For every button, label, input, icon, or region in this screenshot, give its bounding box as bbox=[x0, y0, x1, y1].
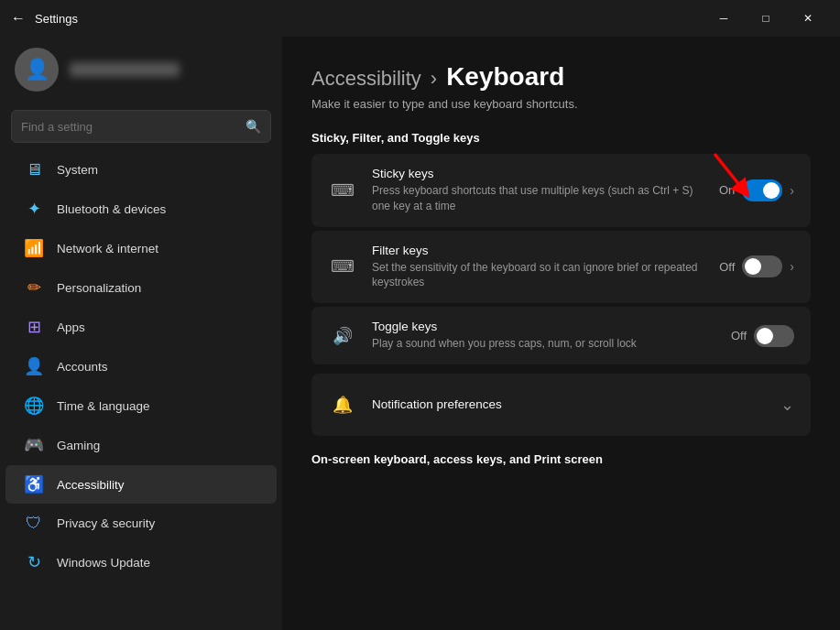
personalization-nav-label: Personalization bbox=[57, 281, 141, 295]
notification-prefs-card[interactable]: 🔔 Notification preferences ⌄ bbox=[311, 374, 811, 436]
breadcrumb-separator: › bbox=[431, 67, 437, 91]
sidebar-item-personalization[interactable]: ✏ Personalization bbox=[5, 268, 277, 307]
sidebar-item-bluetooth[interactable]: ✦ Bluetooth & devices bbox=[5, 190, 277, 228]
filter-keys-card[interactable]: ⌨ Filter keys Set the sensitivity of the… bbox=[311, 231, 811, 304]
network-nav-label: Network & internet bbox=[57, 242, 158, 255]
search-box[interactable]: 🔍 bbox=[11, 110, 271, 143]
avatar: 👤 bbox=[15, 48, 59, 92]
privacy-nav-icon: 🛡 bbox=[24, 514, 44, 533]
bottom-section-label: On-screen keyboard, access keys, and Pri… bbox=[311, 452, 811, 466]
apps-nav-icon: ⊞ bbox=[24, 317, 44, 337]
filter-keys-desc: Set the sensitivity of the keyboard so i… bbox=[372, 260, 704, 291]
toggle-keys-title: Toggle keys bbox=[372, 320, 716, 333]
filter-keys-icon: ⌨ bbox=[328, 252, 357, 281]
sidebar-item-system[interactable]: 🖥 System bbox=[5, 151, 277, 189]
sidebar-item-accounts[interactable]: 👤 Accounts bbox=[5, 347, 277, 386]
toggle-keys-desc: Play a sound when you press caps, num, o… bbox=[372, 336, 716, 352]
time-nav-icon: 🌐 bbox=[24, 396, 44, 416]
personalization-nav-icon: ✏ bbox=[24, 277, 44, 298]
sidebar-item-network[interactable]: 📶 Network & internet bbox=[5, 229, 277, 267]
sidebar-item-apps[interactable]: ⊞ Apps bbox=[5, 308, 277, 346]
filter-keys-toggle[interactable] bbox=[742, 255, 782, 277]
back-button[interactable]: ← bbox=[11, 10, 26, 27]
privacy-nav-label: Privacy & security bbox=[57, 516, 155, 530]
search-icon: 🔍 bbox=[245, 119, 261, 134]
search-input[interactable] bbox=[21, 120, 245, 134]
notification-pref-title: Notification preferences bbox=[372, 397, 766, 411]
accessibility-nav-label: Accessibility bbox=[57, 478, 125, 492]
sidebar-item-update[interactable]: ↻ Windows Update bbox=[5, 543, 277, 581]
nav-list: 🖥 System✦ Bluetooth & devices📶 Network &… bbox=[0, 150, 282, 582]
sticky-keys-toggle[interactable] bbox=[742, 179, 782, 201]
toggle-keys-card[interactable]: 🔊 Toggle keys Play a sound when you pres… bbox=[311, 307, 811, 364]
toggle-thumb bbox=[763, 182, 780, 199]
sticky-keys-card[interactable]: ⌨ Sticky keys Press keyboard shortcuts t… bbox=[311, 154, 811, 227]
bluetooth-nav-icon: ✦ bbox=[24, 199, 44, 219]
accessibility-nav-icon: ♿ bbox=[24, 474, 44, 494]
toggle-keys-icon: 🔊 bbox=[328, 321, 357, 351]
accounts-nav-icon: 👤 bbox=[24, 356, 44, 376]
sticky-keys-title: Sticky keys bbox=[372, 167, 704, 180]
filter-keys-status: Off bbox=[719, 260, 735, 274]
gaming-nav-label: Gaming bbox=[57, 439, 100, 452]
profile-name-blurred bbox=[70, 62, 180, 77]
window-controls: ─ □ ✕ bbox=[703, 4, 829, 33]
system-nav-icon: 🖥 bbox=[24, 160, 44, 179]
toggle-keys-text: Toggle keys Play a sound when you press … bbox=[372, 320, 716, 352]
profile-section: 👤 bbox=[0, 37, 282, 103]
page-title-row: Accessibility › Keyboard bbox=[311, 62, 811, 92]
filter-keys-chevron: › bbox=[790, 259, 794, 274]
sticky-keys-text: Sticky keys Press keyboard shortcuts tha… bbox=[372, 167, 704, 214]
update-nav-label: Windows Update bbox=[57, 556, 150, 570]
avatar-icon: 👤 bbox=[25, 58, 49, 81]
notification-pref-chevron: ⌄ bbox=[780, 395, 794, 415]
gaming-nav-icon: 🎮 bbox=[24, 435, 44, 455]
page-subtitle: Make it easier to type and use keyboard … bbox=[311, 97, 811, 111]
time-nav-label: Time & language bbox=[57, 399, 150, 413]
sidebar-item-privacy[interactable]: 🛡 Privacy & security bbox=[5, 505, 277, 542]
sticky-keys-icon: ⌨ bbox=[328, 176, 357, 205]
toggle-keys-toggle[interactable] bbox=[754, 325, 794, 347]
section-label: Sticky, Filter, and Toggle keys bbox=[311, 131, 811, 145]
sticky-keys-desc: Press keyboard shortcuts that use multip… bbox=[372, 183, 704, 214]
app-title: Settings bbox=[35, 12, 703, 26]
sidebar: 👤 🔍 🖥 System✦ Bluetooth & devices📶 Netwo… bbox=[0, 37, 282, 630]
sidebar-item-accessibility[interactable]: ♿ Accessibility bbox=[5, 465, 277, 504]
toggle-thumb-filter bbox=[745, 258, 761, 275]
network-nav-icon: 📶 bbox=[24, 238, 44, 258]
system-nav-label: System bbox=[57, 163, 98, 177]
minimize-button[interactable]: ─ bbox=[703, 4, 745, 33]
bluetooth-nav-label: Bluetooth & devices bbox=[57, 202, 166, 216]
main-layout: 👤 🔍 🖥 System✦ Bluetooth & devices📶 Netwo… bbox=[0, 37, 840, 630]
close-button[interactable]: ✕ bbox=[787, 4, 829, 33]
sticky-keys-right: On › bbox=[719, 179, 794, 201]
toggle-keys-right: Off bbox=[731, 325, 794, 347]
page-title: Keyboard bbox=[446, 62, 564, 92]
titlebar: ← Settings ─ □ ✕ bbox=[0, 0, 840, 37]
apps-nav-label: Apps bbox=[57, 320, 85, 334]
notification-icon: 🔔 bbox=[328, 390, 357, 419]
sticky-keys-status: On bbox=[719, 183, 735, 197]
filter-keys-title: Filter keys bbox=[372, 244, 704, 257]
update-nav-icon: ↻ bbox=[24, 552, 44, 572]
accounts-nav-label: Accounts bbox=[57, 360, 108, 374]
toggle-keys-status: Off bbox=[731, 329, 747, 342]
content-area: Accessibility › Keyboard Make it easier … bbox=[282, 37, 840, 630]
toggle-thumb-toggle bbox=[757, 328, 773, 344]
maximize-button[interactable]: □ bbox=[745, 4, 787, 33]
filter-keys-right: Off › bbox=[719, 255, 794, 277]
filter-keys-text: Filter keys Set the sensitivity of the k… bbox=[372, 244, 704, 291]
sidebar-item-time[interactable]: 🌐 Time & language bbox=[5, 386, 277, 425]
sticky-keys-chevron: › bbox=[790, 183, 794, 198]
breadcrumb-parent: Accessibility bbox=[311, 67, 421, 91]
sidebar-item-gaming[interactable]: 🎮 Gaming bbox=[5, 426, 277, 464]
